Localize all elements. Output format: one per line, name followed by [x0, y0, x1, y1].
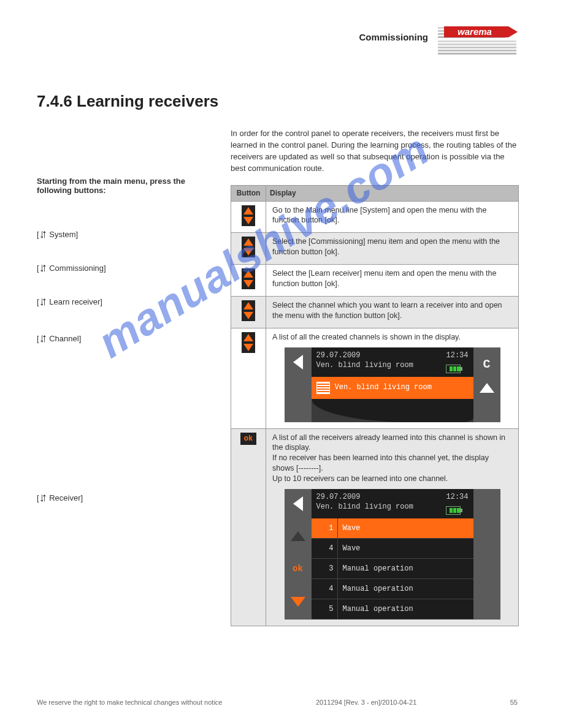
updown-icon: [242, 300, 255, 321]
steps-table: Button Display Go to the Main menu line …: [231, 185, 519, 626]
list-item-number: 4: [312, 579, 338, 599]
scr1-title: Ven. blind living room: [316, 361, 413, 370]
c-button: C: [483, 358, 490, 371]
scr1-time: 12:34: [446, 351, 468, 360]
svg-rect-8: [438, 50, 516, 51]
side-sub-learn: [⮃ Learn receiver]: [37, 297, 191, 306]
list-item-label: Manual operation: [338, 599, 473, 619]
svg-rect-9: [438, 53, 516, 55]
footer-right: 55: [510, 699, 518, 706]
list-item-number: 5: [312, 599, 338, 619]
list-item: 5Manual operation: [312, 599, 473, 620]
step-text: Go to the Main menu line [System] and op…: [266, 201, 519, 233]
list-item: 4Wave: [312, 539, 473, 559]
side-sub-system: [⮃ System]: [37, 230, 191, 239]
col-display: Display: [266, 186, 519, 201]
list-item: 3Manual operation: [312, 559, 473, 579]
ok-icon: ok: [240, 433, 256, 445]
updown-icon: [242, 237, 255, 257]
list-item-number: 1: [312, 518, 338, 538]
list-item-number: 3: [312, 559, 338, 578]
side-sub-channel: [⮃ Channel]: [37, 334, 191, 343]
list-item: 4Manual operation: [312, 579, 473, 599]
svg-rect-6: [438, 44, 516, 45]
warema-logo: warema: [438, 25, 518, 59]
device-screen-receivers: 29.07.2009 Ven. blind living room 12:34: [285, 489, 500, 620]
step-block: A list of all the receivers already lear…: [266, 428, 519, 626]
list-item-label: Manual operation: [338, 559, 473, 578]
list-item-label: Wave: [338, 518, 473, 538]
back-icon: [293, 355, 303, 370]
updown-icon: [242, 268, 255, 289]
side-sub-receiver: [⮃ Receiver]: [37, 493, 191, 502]
footer-left: We reserve the right to make technical c…: [37, 699, 222, 706]
page-footer: We reserve the right to make technical c…: [0, 699, 563, 706]
svg-text:warema: warema: [458, 26, 492, 37]
list-item-number: 4: [312, 539, 338, 558]
page-header: Commissioning: [359, 32, 428, 42]
step-text: A list of all the receivers already lear…: [272, 433, 512, 453]
step-block: A list of all the created channels is sh…: [266, 328, 519, 428]
scr2-time: 12:34: [446, 493, 468, 501]
device-screen-channels: 29.07.2009 Ven. blind living room 12:34 …: [285, 347, 500, 422]
back-icon: [293, 496, 303, 511]
list-item-label: Manual operation: [338, 579, 473, 599]
list-item: 1Wave: [312, 518, 473, 539]
updown-icon: [242, 332, 255, 353]
updown-icon: [242, 205, 255, 226]
step-text: Select the [Commissioning] menu item and…: [266, 233, 519, 265]
step-text: Select the [Learn receiver] menu item an…: [266, 265, 519, 297]
down-icon: [291, 597, 305, 607]
step-text: Up to 10 receivers can be learned into o…: [272, 474, 512, 484]
up-icon: [480, 383, 494, 393]
scr1-date: 29.07.2009: [316, 351, 361, 360]
footer-mid: 2011294 [Rev. 3 - en]/2010-04-21: [316, 699, 416, 706]
svg-rect-5: [438, 40, 516, 42]
battery-icon: [446, 506, 461, 515]
battery-icon: [446, 365, 461, 373]
up-icon: [291, 531, 305, 541]
list-item-label: Wave: [338, 539, 473, 558]
scr1-selected: Ven. blind living room: [335, 382, 432, 392]
svg-rect-7: [438, 47, 516, 48]
intro-text: In order for the control panel to operat…: [231, 128, 518, 174]
side-sub-commissioning: [⮃ Commissioning]: [37, 264, 191, 273]
ok-label: ok: [293, 563, 303, 575]
step-text: Select the channel which you want to lea…: [266, 297, 519, 328]
scr2-title: Ven. blind living room: [316, 502, 413, 511]
step-text: A list of all the created channels is sh…: [272, 332, 512, 343]
step-text: If no receiver has been learned into thi…: [272, 453, 512, 474]
blind-icon: [316, 382, 330, 394]
side-lead: Starting from the main menu, press the f…: [37, 176, 191, 195]
section-title: 7.4.6 Learning receivers: [37, 92, 518, 111]
col-button: Button: [231, 186, 266, 201]
scr2-date: 29.07.2009: [316, 493, 361, 501]
